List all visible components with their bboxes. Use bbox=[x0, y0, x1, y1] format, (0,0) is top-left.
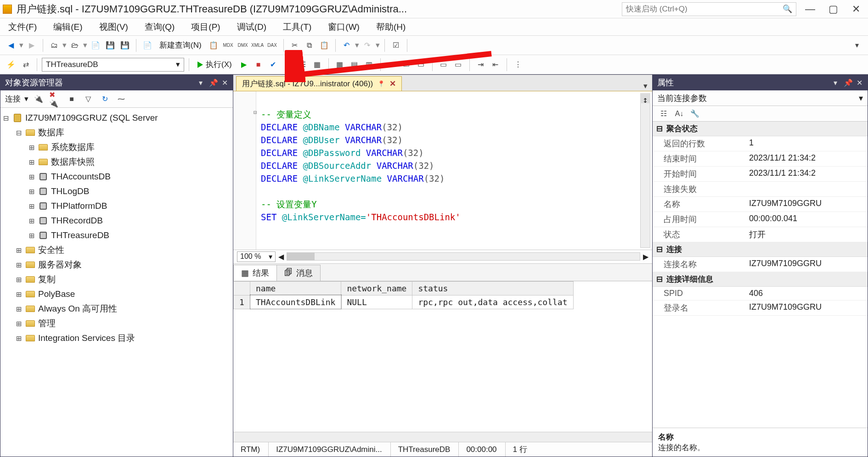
expand-icon[interactable]: ⊞ bbox=[15, 318, 23, 329]
close-icon[interactable]: ✕ bbox=[389, 79, 396, 89]
object-explorer-tree[interactable]: ⊟IZ7U9M7109GGRUZ (SQL Server ⊟数据库 ⊞系统数据库… bbox=[0, 108, 233, 457]
undo-button[interactable]: ↶ bbox=[340, 39, 353, 52]
expand-icon[interactable]: ⊞ bbox=[28, 201, 35, 211]
chevron-down-icon[interactable]: ▾ bbox=[859, 93, 863, 103]
tree-sysdbs[interactable]: 系统数据库 bbox=[51, 141, 95, 153]
vertical-scrollbar[interactable] bbox=[640, 93, 650, 248]
expand-icon[interactable]: ⊞ bbox=[28, 230, 35, 240]
tree-server[interactable]: IZ7U9M7109GGRUZ (SQL Server bbox=[25, 113, 158, 123]
debug-button[interactable]: ▶ bbox=[237, 58, 250, 71]
mdx-icon[interactable]: MDX bbox=[222, 39, 235, 52]
redo-button[interactable]: ↷ bbox=[361, 39, 374, 52]
results-text-button[interactable]: ▤ bbox=[348, 58, 361, 71]
copy-button[interactable]: ⧉ bbox=[303, 39, 316, 52]
results-grid[interactable]: name network_name status 1 THAccountsDBL… bbox=[233, 281, 652, 432]
stop-button[interactable]: ■ bbox=[252, 58, 265, 71]
collapse-icon[interactable]: ⊟ bbox=[15, 128, 23, 138]
refresh-icon[interactable]: ↻ bbox=[98, 93, 111, 106]
scroll-left-icon[interactable]: ◀ bbox=[278, 252, 284, 261]
menu-project[interactable]: 项目(P) bbox=[191, 21, 220, 33]
cell-status[interactable]: rpc,rpc out,data access,collat bbox=[412, 295, 573, 309]
menu-view[interactable]: 视图(V) bbox=[99, 21, 128, 33]
tree-server-objects[interactable]: 服务器对象 bbox=[38, 259, 82, 271]
include-plan-button[interactable]: ▭ bbox=[385, 58, 398, 71]
new-query-button[interactable]: 新建查询(N) bbox=[156, 39, 205, 52]
collapse-icon[interactable]: ⊟ bbox=[2, 113, 10, 123]
horizontal-scrollbar[interactable] bbox=[287, 252, 640, 261]
close-button[interactable]: ✕ bbox=[847, 3, 865, 15]
menu-query[interactable]: 查询(Q) bbox=[145, 21, 175, 33]
dmx-icon[interactable]: DMX bbox=[237, 39, 249, 52]
prop-section-conn[interactable]: 连接 bbox=[666, 244, 682, 255]
paste-button[interactable]: 📋 bbox=[318, 39, 331, 52]
sql-editor[interactable]: ⊟ -- 变量定义 DECLARE @DBName VARCHAR(32) DE… bbox=[233, 91, 652, 250]
menu-debug[interactable]: 调试(D) bbox=[237, 21, 266, 33]
menu-help[interactable]: 帮助(H) bbox=[376, 21, 406, 33]
nav-fwd-button[interactable]: ▶ bbox=[25, 39, 38, 52]
prop-pages-icon[interactable]: 🔧 bbox=[688, 107, 701, 120]
expand-icon[interactable]: ⊞ bbox=[28, 216, 35, 226]
activity-icon[interactable]: ⁓ bbox=[115, 93, 128, 106]
results-file-button[interactable]: ▥ bbox=[363, 58, 376, 71]
parse-button[interactable]: ✔ bbox=[267, 58, 280, 71]
quick-launch-search[interactable]: 🔍 bbox=[622, 2, 796, 16]
results-grid-button[interactable]: ▦ bbox=[333, 58, 346, 71]
new-query-icon[interactable]: 📄 bbox=[141, 39, 154, 52]
expand-icon[interactable]: ⊞ bbox=[28, 186, 35, 196]
connect-label[interactable]: 连接 bbox=[5, 94, 21, 104]
col-name[interactable]: name bbox=[250, 281, 341, 295]
dax-icon[interactable]: DAX bbox=[266, 39, 279, 52]
expand-icon[interactable]: ⊞ bbox=[28, 157, 35, 167]
include-stats-button[interactable]: ▭ bbox=[400, 58, 413, 71]
prop-section-agg[interactable]: 聚合状态 bbox=[666, 123, 698, 134]
indent-button[interactable]: ⇥ bbox=[474, 58, 487, 71]
tree-security[interactable]: 安全性 bbox=[38, 244, 64, 256]
tree-thplatform[interactable]: THPlatformDB bbox=[51, 201, 107, 211]
tree-snapshots[interactable]: 数据库快照 bbox=[51, 156, 95, 168]
grid-horizontal-scrollbar[interactable] bbox=[233, 432, 652, 442]
change-connection-button[interactable]: ⚡ bbox=[5, 58, 17, 71]
save-all-button[interactable]: 💾 bbox=[118, 39, 131, 52]
results-tab[interactable]: ▦ 结果 bbox=[233, 265, 277, 281]
filter-icon[interactable]: ▽ bbox=[82, 93, 95, 106]
table-row[interactable]: 1 THAccountsDBLink NULL rpc,rpc out,data… bbox=[234, 295, 574, 309]
tree-replication[interactable]: 复制 bbox=[38, 273, 56, 285]
expand-icon[interactable]: ⊞ bbox=[15, 304, 23, 314]
comment-button[interactable]: ▭ bbox=[437, 58, 450, 71]
panel-dropdown-icon[interactable]: ▾ bbox=[197, 78, 204, 87]
prop-categorize-icon[interactable]: ☷ bbox=[657, 107, 670, 120]
open-button[interactable]: 🗁 bbox=[68, 39, 81, 52]
expand-icon[interactable]: ⊞ bbox=[28, 142, 35, 152]
connection-chevron[interactable]: ⇄ bbox=[19, 58, 32, 71]
outdent-button[interactable]: ⇤ bbox=[489, 58, 502, 71]
plan-button-2[interactable]: ☰ bbox=[296, 58, 309, 71]
script-icon-1[interactable]: 📋 bbox=[207, 39, 220, 52]
prop-section-detail[interactable]: 连接详细信息 bbox=[666, 274, 713, 284]
specify-values-button[interactable]: ⋮ bbox=[512, 58, 524, 71]
expand-icon[interactable]: ⊞ bbox=[15, 274, 23, 284]
database-selector[interactable]: THTreasureDB ▾ bbox=[42, 58, 184, 72]
toolbar-overflow[interactable]: ▾ bbox=[851, 39, 863, 52]
new-project-button[interactable]: 🗂 bbox=[48, 39, 61, 52]
pin-icon[interactable]: 📍 bbox=[378, 80, 385, 87]
connect-icon[interactable]: 🔌 bbox=[32, 93, 45, 106]
plan-button-3[interactable]: ▦ bbox=[311, 58, 324, 71]
expand-icon[interactable]: ⊞ bbox=[15, 333, 23, 343]
nav-back-button[interactable]: ◀ bbox=[5, 39, 17, 52]
maximize-button[interactable]: ▢ bbox=[824, 3, 842, 15]
messages-tab[interactable]: 🗐 消息 bbox=[276, 265, 321, 281]
tree-management[interactable]: 管理 bbox=[38, 318, 56, 329]
tab-overflow-icon[interactable]: ▾ bbox=[643, 81, 648, 91]
expand-icon[interactable]: ⊞ bbox=[15, 289, 23, 299]
find-button[interactable]: ☑ bbox=[389, 39, 402, 52]
stop-icon[interactable]: ■ bbox=[65, 93, 78, 106]
tree-thtreasure[interactable]: THTreasureDB bbox=[51, 230, 109, 240]
live-stats-button[interactable]: ▭ bbox=[415, 58, 428, 71]
split-icon[interactable]: ↕ bbox=[640, 93, 650, 103]
save-button[interactable]: 💾 bbox=[104, 39, 117, 52]
panel-close-icon[interactable]: ✕ bbox=[856, 78, 863, 87]
tree-thlog[interactable]: THLogDB bbox=[51, 186, 89, 196]
tree-polybase[interactable]: PolyBase bbox=[38, 289, 75, 299]
cell-name[interactable]: THAccountsDBLink bbox=[250, 295, 341, 309]
minimize-button[interactable]: — bbox=[801, 3, 819, 15]
